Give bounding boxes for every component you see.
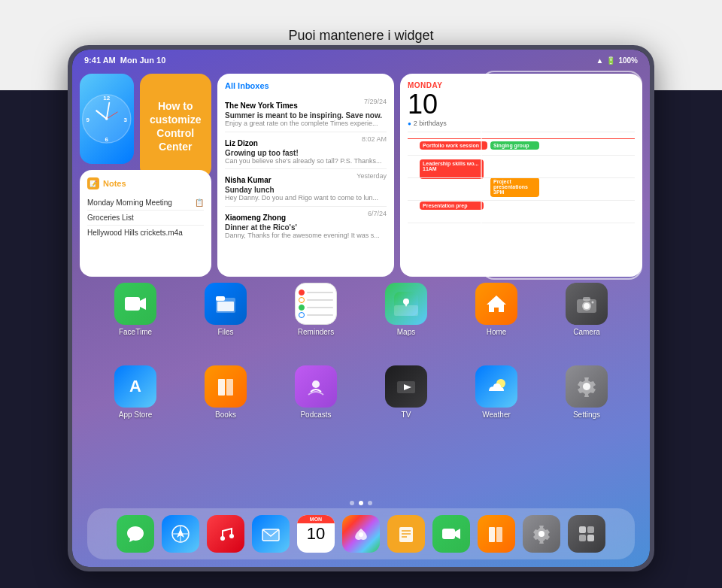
svg-rect-26 <box>226 379 233 396</box>
tv-label: TV <box>402 411 411 419</box>
books-icon[interactable] <box>205 365 247 408</box>
dock-notes[interactable] <box>387 515 425 553</box>
svg-rect-50 <box>579 535 586 541</box>
weather-icon[interactable] <box>475 365 517 408</box>
status-left: 9:41 AM Mon Jun 10 <box>84 56 165 65</box>
svg-rect-39 <box>399 527 413 542</box>
svg-rect-13 <box>217 302 234 311</box>
dock-applibrary[interactable] <box>568 515 605 553</box>
home-icon[interactable] <box>475 283 517 325</box>
app-podcasts[interactable]: Podcasts <box>275 365 356 419</box>
svg-point-27 <box>312 380 320 388</box>
cal-current-time <box>408 138 635 139</box>
status-bar: 9:41 AM Mon Jun 10 ▲ 🔋 100% <box>72 50 650 71</box>
reminders-icon[interactable] <box>295 283 337 325</box>
battery-icon: 🔋 <box>606 56 615 65</box>
facetime-label: FaceTime <box>119 328 152 336</box>
app-grid-row1: FaceTime Files Reminders <box>80 283 642 336</box>
svg-text:A: A <box>129 377 141 396</box>
dock-photos[interactable] <box>342 515 380 553</box>
widget-notes[interactable]: 📝 Notes Monday Morning Meeting 📋 Groceri… <box>80 170 211 277</box>
widget-mail[interactable]: All Inboxes The New York Times 7/29/24 S… <box>217 74 394 277</box>
dock-cal-num: 10 <box>307 523 325 545</box>
podcasts-icon[interactable] <box>295 365 337 408</box>
svg-rect-45 <box>489 527 495 542</box>
ipad-screen: 9:41 AM Mon Jun 10 ▲ 🔋 100% <box>72 50 650 567</box>
app-tv[interactable]: TV <box>366 365 447 419</box>
cal-day-num: 10 <box>408 91 635 118</box>
notes-icon: 📝 <box>87 177 99 189</box>
dock-settings-2[interactable] <box>523 515 560 553</box>
app-books[interactable]: Books <box>185 365 266 419</box>
dock-facetime-2[interactable] <box>432 515 470 553</box>
app-weather[interactable]: Weather <box>456 365 537 419</box>
dock-safari[interactable] <box>162 515 199 553</box>
page-dots <box>350 501 372 505</box>
mail-item-3: Nisha Kumar Yesterday Sunday lunch Hey D… <box>225 169 387 207</box>
cal-event-4: Project presentations3PM <box>490 177 539 197</box>
status-time: 9:41 AM <box>84 56 116 65</box>
dock-messages[interactable] <box>117 515 154 553</box>
svg-rect-25 <box>218 379 225 396</box>
books-label: Books <box>215 411 236 419</box>
svg-rect-43 <box>442 529 455 539</box>
app-facetime[interactable]: FaceTime <box>95 283 176 336</box>
svg-point-36 <box>229 534 234 538</box>
app-maps[interactable]: Maps <box>366 283 447 336</box>
svg-rect-51 <box>587 535 594 541</box>
widget-clock[interactable]: 12 3 6 9 <box>80 74 134 164</box>
svg-rect-12 <box>216 296 225 301</box>
dot-2 <box>359 501 363 505</box>
appstore-icon[interactable]: A <box>114 365 156 408</box>
widget-howto[interactable]: How to customize Control Center <box>140 74 212 179</box>
svg-marker-10 <box>140 298 146 310</box>
app-camera[interactable]: Camera <box>546 283 627 336</box>
app-settings[interactable]: Settings <box>546 365 627 419</box>
cal-day-name: MONDAY <box>408 81 635 89</box>
notes-item-2: Groceries List <box>87 211 204 226</box>
svg-text:6: 6 <box>105 136 109 143</box>
dock-books-2[interactable] <box>478 515 515 553</box>
files-label: Files <box>217 328 233 336</box>
svg-text:12: 12 <box>103 95 110 102</box>
howto-text: How to customize Control Center <box>150 99 201 154</box>
home-label: Home <box>487 328 507 336</box>
camera-icon[interactable] <box>566 283 608 325</box>
app-appstore[interactable]: A App Store <box>95 365 176 419</box>
dock: MON 10 <box>87 508 635 559</box>
widget-col-left: 12 3 6 9 <box>80 74 211 277</box>
widget-area: 12 3 6 9 <box>80 74 642 277</box>
widget-calendar[interactable]: MONDAY 10 ● 2 birthdays Portfolio work s… <box>400 74 642 277</box>
app-files[interactable]: Files <box>185 283 266 336</box>
app-reminders[interactable]: Reminders <box>275 283 356 336</box>
mail-item-2: Liz Dizon 8:02 AM Growing up too fast! C… <box>225 132 387 170</box>
appstore-label: App Store <box>119 411 152 419</box>
settings-label: Settings <box>573 411 600 419</box>
dock-cal-mon: MON <box>297 515 335 523</box>
ipad-frame: 9:41 AM Mon Jun 10 ▲ 🔋 100% <box>68 45 654 571</box>
cal-event-3: Leadership skills wo...11AM <box>420 159 484 179</box>
app-home[interactable]: Home <box>456 283 537 336</box>
svg-point-8 <box>105 117 108 120</box>
svg-rect-46 <box>496 527 502 542</box>
status-date: Mon Jun 10 <box>120 56 166 65</box>
dock-calendar[interactable]: MON 10 <box>297 515 335 553</box>
files-icon[interactable] <box>205 283 247 325</box>
cal-birthdays: ● 2 birthdays <box>408 120 635 127</box>
maps-icon[interactable] <box>385 283 427 325</box>
facetime-icon[interactable] <box>114 283 156 325</box>
dock-mail[interactable] <box>252 515 290 553</box>
cal-event-5: Presentation prep <box>420 202 484 210</box>
tv-icon[interactable] <box>385 365 427 408</box>
svg-marker-44 <box>455 529 460 539</box>
mail-item-1: The New York Times 7/29/24 Summer is mea… <box>225 95 387 132</box>
settings-icon[interactable] <box>566 365 608 408</box>
dock-music[interactable] <box>207 515 244 553</box>
svg-rect-22 <box>583 297 590 301</box>
notes-title: Notes <box>103 179 126 188</box>
svg-point-21 <box>584 303 590 309</box>
dot-1 <box>350 501 354 505</box>
svg-point-38 <box>359 532 363 537</box>
svg-rect-48 <box>579 526 586 533</box>
camera-label: Camera <box>573 328 600 336</box>
